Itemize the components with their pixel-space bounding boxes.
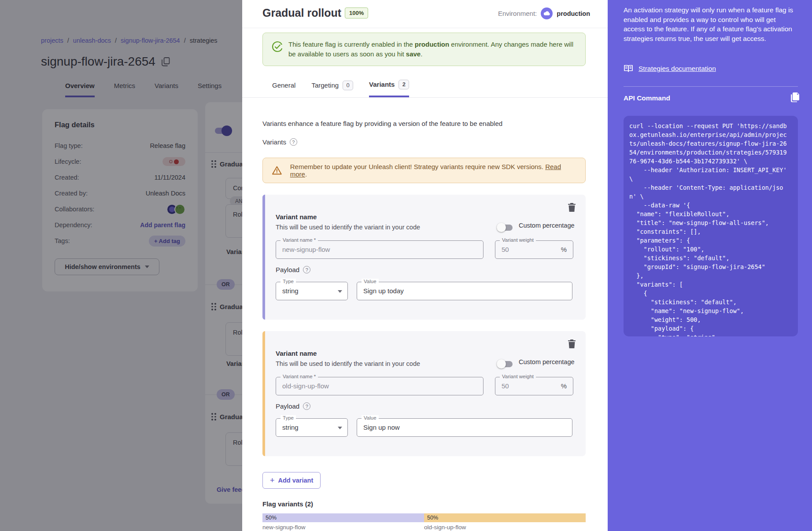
variant-color-stripe [262, 195, 265, 320]
help-icon[interactable]: ? [290, 138, 297, 146]
delete-variant-icon[interactable] [568, 203, 576, 212]
payload-value-input[interactable]: Value Sign up today [357, 282, 572, 300]
add-variant-button[interactable]: + Add variant [262, 472, 321, 489]
sdk-warning-alert: Remember to update your Unleash client! … [262, 158, 586, 183]
variant-distribution-bar: 50% 50% [262, 513, 586, 522]
modal-header: Gradual rollout 100% Environment: produc… [242, 0, 608, 28]
delete-variant-icon[interactable] [568, 339, 576, 349]
plus-icon: + [270, 476, 275, 484]
variants-count-badge: 2 [399, 80, 409, 89]
variant-weight-input[interactable]: Variant weight 50 % [495, 240, 573, 259]
copy-api-command-icon[interactable] [790, 92, 801, 103]
strategies-documentation-link[interactable]: Strategies documentation [639, 65, 716, 73]
book-icon [624, 64, 633, 73]
check-circle-icon [272, 41, 283, 52]
payload-type-select[interactable]: Type string [276, 282, 348, 300]
cloud-icon [541, 7, 553, 19]
warning-icon [272, 166, 282, 175]
api-command-title: API Command [624, 94, 670, 102]
strategy-edit-modal: Gradual rollout 100% Environment: produc… [242, 0, 608, 531]
strategy-description: An activation strategy will only run whe… [624, 5, 799, 43]
help-icon[interactable]: ? [303, 266, 310, 273]
variant-name-input[interactable]: Variant name * new-signup-flow [276, 240, 484, 259]
payload-label: Payload ? [276, 266, 310, 273]
distribution-segment-2: 50% [424, 513, 586, 522]
custom-percentage-toggle[interactable] [498, 361, 513, 367]
modal-tab-bar: General Targeting 0 Variants 2 [242, 78, 608, 98]
help-icon[interactable]: ? [303, 402, 310, 410]
modal-title: Gradual rollout [262, 7, 341, 19]
modal-backdrop[interactable] [0, 0, 242, 531]
api-command-code: curl --location --request PUT 'https://s… [629, 122, 792, 336]
docs-link-row: Strategies documentation [624, 64, 716, 73]
variant-card-2: Variant name This will be used to identi… [262, 331, 586, 456]
variants-section-label: Variants ? [262, 138, 297, 146]
targeting-count-badge: 0 [343, 81, 353, 90]
payload-type-select[interactable]: Type string [276, 418, 348, 437]
variant-color-stripe [262, 331, 265, 456]
chevron-down-icon [338, 290, 342, 293]
variant-weight-input[interactable]: Variant weight 50 % [495, 377, 573, 395]
variants-intro: Variants enhance a feature flag by provi… [262, 120, 502, 127]
chevron-down-icon [338, 427, 342, 429]
flag-variants-title: Flag variants (2) [262, 500, 313, 508]
modal-tab-targeting[interactable]: Targeting 0 [311, 78, 353, 97]
variant-card-1: Variant name This will be used to identi… [262, 195, 586, 320]
help-sidebar: An activation strategy will only run whe… [608, 0, 812, 531]
environment-indicator: Environment: production [498, 7, 590, 19]
divider [624, 86, 798, 87]
distribution-labels: new-signup-flow old-sign-up-flow [262, 524, 586, 531]
payload-value-input[interactable]: Value Sign up now [357, 418, 572, 437]
modal-tab-general[interactable]: General [272, 78, 295, 97]
enabled-success-alert: This feature flag is currently enabled i… [262, 33, 586, 66]
distribution-segment-1: 50% [262, 513, 424, 522]
modal-tab-variants[interactable]: Variants 2 [369, 78, 409, 97]
variant-name-input[interactable]: Variant name * old-sign-up-flow [276, 377, 484, 395]
custom-percentage-toggle[interactable] [498, 225, 513, 231]
payload-label: Payload ? [276, 402, 310, 410]
rollout-percent-badge: 100% [345, 7, 368, 18]
api-command-code-block[interactable]: curl --location --request PUT 'https://s… [624, 116, 798, 336]
